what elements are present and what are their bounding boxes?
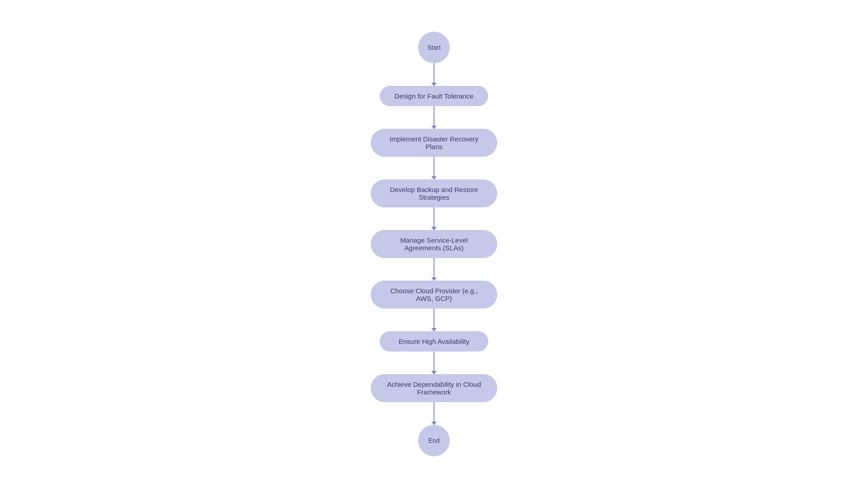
connector-7 — [434, 352, 434, 374]
connector-3 — [434, 157, 434, 179]
connector-6 — [434, 309, 434, 331]
node-achieve-dependability: Achieve Dependability in Cloud Framework — [371, 374, 497, 402]
flowchart: Start Design for Fault Tolerance Impleme… — [371, 32, 497, 456]
node-manage-sla: Manage Service-Level Agreements (SLAs) — [371, 230, 497, 258]
connector-8 — [434, 402, 434, 425]
node-end: End — [418, 425, 450, 456]
node-choose-cloud-provider: Choose Cloud Provider (e.g., AWS, GCP) — [371, 281, 497, 309]
node-develop-backup-restore: Develop Backup and Restore Strategies — [371, 179, 497, 207]
node-design-fault-tolerance: Design for Fault Tolerance — [380, 86, 488, 106]
node-ensure-high-availability: Ensure High Availability — [380, 331, 488, 352]
connector-2 — [434, 106, 434, 129]
node-start: Start — [418, 32, 450, 63]
connector-5 — [434, 258, 434, 281]
node-implement-disaster-recovery: Implement Disaster Recovery Plans — [371, 129, 497, 157]
connector-4 — [434, 207, 434, 230]
connector-1 — [434, 63, 434, 86]
